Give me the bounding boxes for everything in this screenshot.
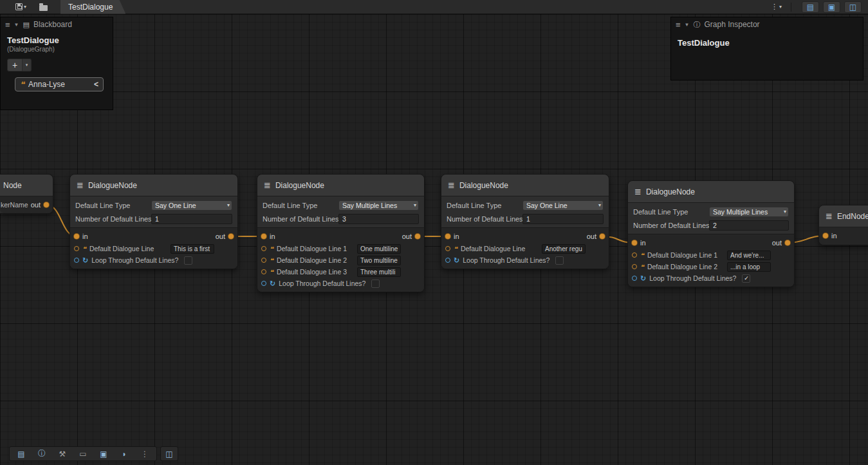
toolbar-right-group: ⋮ ▾ ▤ ▣ ◫ [768, 1, 862, 13]
end-node[interactable]: ≣ EndNode in [818, 205, 868, 245]
out-port[interactable]: out [772, 239, 790, 247]
overflow-menu-button[interactable]: ⋮ ▾ [768, 1, 784, 13]
line-type-dropdown[interactable]: Say One Line ▾ [522, 200, 604, 211]
in-port-dot[interactable] [445, 234, 450, 239]
line-count-input[interactable]: 3 [338, 214, 419, 224]
out-port-dot[interactable] [44, 202, 49, 207]
in-port-dot[interactable] [823, 233, 828, 238]
dialogue-line-input[interactable]: One multiline [357, 244, 401, 254]
line-port-dot[interactable] [261, 246, 266, 251]
collapse-arrow-icon[interactable]: ▼ [685, 22, 690, 28]
dropdown-caret-icon: ▾ [227, 202, 230, 208]
in-port[interactable]: in [445, 232, 459, 240]
blackboard-toggle-button[interactable]: ▤ [802, 1, 819, 13]
node-title-bar[interactable]: ≣ DialogueNode [70, 175, 237, 196]
hamburger-menu-icon[interactable]: ≡ [5, 20, 10, 30]
dialogue-line-input[interactable]: This is a first [171, 244, 214, 254]
line-type-dropdown[interactable]: Say One Line ▾ [151, 200, 232, 211]
blackboard-graph-type: (DialogueGraph) [1, 45, 113, 53]
in-port[interactable]: in [74, 232, 88, 240]
chevron-left-icon[interactable]: < [94, 80, 98, 89]
toggle-view-button[interactable]: ◗ [114, 450, 134, 459]
line-port-dot[interactable] [74, 246, 79, 251]
panel-toggle-button[interactable]: ◫ [161, 450, 178, 459]
console-icon: ▤ [17, 450, 24, 459]
collapse-arrow-icon[interactable]: ▼ [14, 22, 19, 28]
out-port-dot[interactable] [415, 234, 420, 239]
dialogue-node-4[interactable]: ≣ DialogueNode Default Line Type Say Mul… [627, 180, 795, 287]
quote-icon: ❝ [454, 245, 457, 252]
loop-port-dot[interactable] [632, 276, 637, 281]
line-label: Default Dialogue Line 2 [647, 263, 717, 270]
dialogue-node-2[interactable]: ≣ DialogueNode Default Line Type Say Mul… [257, 174, 425, 292]
node-title-bar[interactable]: Node [0, 175, 53, 196]
loop-port-dot[interactable] [74, 258, 79, 263]
in-port[interactable]: in [261, 232, 275, 240]
loop-checkbox-checked[interactable]: ✓ [742, 274, 750, 283]
blackboard-dock-button[interactable]: ▣ [93, 450, 114, 459]
node-title-bar[interactable]: ≣ EndNode [819, 205, 868, 227]
node-title-bar[interactable]: ≣ DialogueNode [441, 175, 609, 196]
loop-checkbox[interactable] [371, 280, 380, 288]
loop-checkbox[interactable] [184, 256, 192, 265]
hamburger-menu-icon[interactable]: ≡ [676, 20, 681, 30]
graph-inspector-header[interactable]: ≡ ▼ ⓘ Graph Inspector [671, 17, 863, 32]
in-port[interactable]: in [823, 232, 837, 240]
in-port-dot[interactable] [261, 234, 266, 239]
loop-checkbox[interactable] [555, 256, 564, 265]
open-asset-button[interactable] [37, 1, 50, 13]
line-count-input[interactable]: 2 [709, 220, 789, 231]
out-port-dot[interactable] [228, 234, 234, 239]
node-title: DialogueNode [459, 181, 508, 190]
line-count-input[interactable]: 1 [151, 214, 232, 224]
loop-port-dot[interactable] [261, 281, 266, 286]
frame-button[interactable]: ▭ [73, 450, 93, 459]
line-count-input[interactable]: 1 [522, 214, 604, 224]
node-title-bar[interactable]: ≣ DialogueNode [257, 175, 424, 196]
out-port[interactable]: out [216, 232, 234, 240]
line-port-dot[interactable] [445, 246, 450, 251]
console-panel-button[interactable]: ▤ [11, 450, 32, 459]
line-port-dot[interactable] [632, 264, 637, 269]
add-property-caret-button[interactable]: ▾ [23, 59, 32, 71]
node-title-bar[interactable]: ≣ DialogueNode [628, 181, 794, 203]
speaker-name-port[interactable]: kerName [1, 201, 28, 209]
tools-button[interactable]: ⚒ [52, 450, 73, 459]
in-port-dot[interactable] [632, 240, 637, 245]
save-dropdown-caret-icon[interactable]: ▾ [24, 4, 26, 10]
line-label: Default Dialogue Line 3 [277, 268, 347, 276]
start-node-partial[interactable]: Node kerName out [0, 174, 53, 214]
inspector-toggle-button[interactable]: ▣ [823, 1, 840, 13]
in-port-label: in [82, 232, 88, 240]
line-label: Default Dialogue Line 2 [277, 256, 347, 264]
out-port[interactable]: out [402, 232, 420, 240]
dialogue-line-input[interactable]: Another regu [542, 244, 586, 254]
blackboard-header[interactable]: ≡ ▼ ▤ Blackboard [1, 17, 113, 32]
dialogue-line-input[interactable]: ...in a loop [727, 262, 771, 272]
dialogue-node-1[interactable]: ≣ DialogueNode Default Line Type Say One… [69, 174, 238, 269]
minimap-toggle-button[interactable]: ◫ [844, 1, 862, 13]
out-port[interactable]: out [31, 201, 49, 209]
dialogue-line-input[interactable]: Two multiline [357, 256, 401, 265]
info-panel-button[interactable]: ⓘ [32, 448, 52, 459]
line-port-dot[interactable] [632, 252, 637, 258]
out-port-dot[interactable] [600, 234, 605, 239]
loop-port-dot[interactable] [445, 258, 450, 263]
line-port-dot[interactable] [261, 258, 266, 263]
line-port-dot[interactable] [261, 269, 266, 274]
line-type-dropdown[interactable]: Say Multiple Lines ▾ [338, 200, 419, 211]
in-port-dot[interactable] [74, 234, 79, 239]
graph-tab[interactable]: TestDialogue [60, 0, 125, 14]
save-button[interactable]: ▾ [13, 1, 29, 13]
overflow-caret-icon: ▾ [779, 4, 782, 10]
add-property-button[interactable]: + [7, 59, 23, 71]
blackboard-field[interactable]: ❝ Anna-Lyse < [15, 77, 104, 91]
dialogue-line-input[interactable]: Three multili [357, 267, 401, 277]
line-type-dropdown[interactable]: Say Multiple Lines ▾ [709, 207, 789, 217]
out-port-dot[interactable] [785, 240, 790, 245]
in-port[interactable]: in [632, 239, 646, 247]
dialogue-node-3[interactable]: ≣ DialogueNode Default Line Type Say One… [441, 174, 609, 269]
dialogue-line-input[interactable]: And we're... [727, 251, 771, 260]
out-port[interactable]: out [587, 232, 605, 240]
dock-overflow-button[interactable]: ⋮ [134, 450, 155, 459]
